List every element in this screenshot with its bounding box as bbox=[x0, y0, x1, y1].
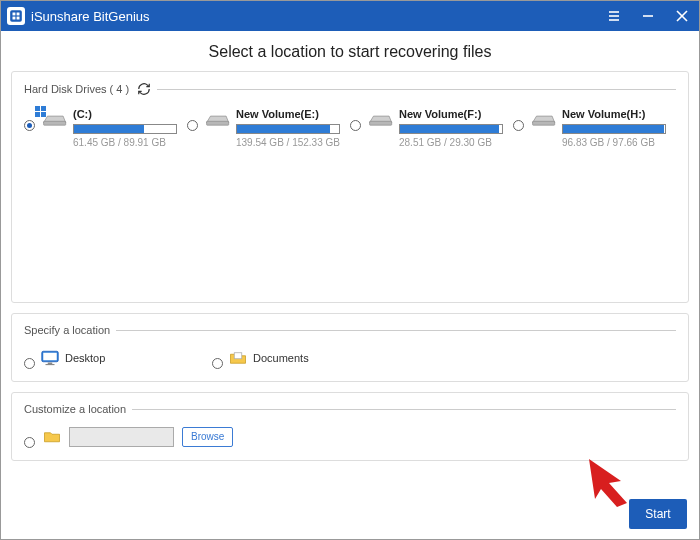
usage-fill bbox=[237, 125, 330, 133]
custom-path-input[interactable] bbox=[69, 427, 174, 447]
svg-rect-3 bbox=[13, 17, 16, 20]
divider bbox=[157, 89, 676, 90]
browse-button[interactable]: Browse bbox=[182, 427, 233, 447]
drive-usage-text: 28.51 GB / 29.30 GB bbox=[399, 137, 503, 148]
desktop-icon bbox=[41, 350, 59, 366]
drive-usage-text: 139.54 GB / 152.33 GB bbox=[236, 137, 340, 148]
window-body: Select a location to start recovering fi… bbox=[1, 31, 699, 539]
hdd-section-label: Hard Disk Drives ( 4 ) bbox=[24, 83, 129, 95]
svg-rect-20 bbox=[43, 352, 57, 360]
drive-item-h[interactable]: New Volume(H:) 96.83 GB / 97.66 GB bbox=[513, 108, 676, 148]
svg-rect-15 bbox=[41, 112, 46, 117]
specify-location-panel: Specify a location Desktop Documents bbox=[11, 313, 689, 382]
app-icon bbox=[7, 7, 25, 25]
svg-rect-0 bbox=[10, 10, 22, 22]
usage-bar bbox=[236, 124, 340, 134]
drive-radio[interactable] bbox=[187, 120, 198, 131]
usage-bar bbox=[562, 124, 666, 134]
drive-name: (C:) bbox=[73, 108, 177, 120]
location-radio[interactable] bbox=[24, 358, 35, 369]
drive-name: New Volume(H:) bbox=[562, 108, 666, 120]
svg-rect-17 bbox=[370, 121, 392, 125]
drive-radio[interactable] bbox=[350, 120, 361, 131]
svg-marker-24 bbox=[589, 459, 627, 507]
svg-rect-2 bbox=[17, 13, 20, 16]
usage-fill bbox=[400, 125, 499, 133]
svg-rect-13 bbox=[41, 106, 46, 111]
svg-rect-11 bbox=[44, 121, 66, 125]
customize-location-panel: Customize a location Browse bbox=[11, 392, 689, 461]
title-bar: iSunshare BitGenius bbox=[1, 1, 699, 31]
divider bbox=[132, 409, 676, 410]
app-title: iSunshare BitGenius bbox=[31, 9, 150, 24]
drive-name: New Volume(E:) bbox=[236, 108, 340, 120]
hdd-icon bbox=[204, 112, 230, 128]
app-window: iSunshare BitGenius Select a location to… bbox=[0, 0, 700, 540]
location-radio[interactable] bbox=[212, 358, 223, 369]
drive-radio[interactable] bbox=[24, 120, 35, 131]
custom-location-radio[interactable] bbox=[24, 437, 35, 448]
svg-rect-23 bbox=[234, 352, 242, 358]
location-label: Documents bbox=[253, 352, 309, 364]
folder-icon bbox=[43, 429, 61, 444]
usage-bar bbox=[399, 124, 503, 134]
drive-radio[interactable] bbox=[513, 120, 524, 131]
svg-rect-14 bbox=[35, 112, 40, 117]
minimize-button[interactable] bbox=[631, 1, 665, 31]
drive-item-f[interactable]: New Volume(F:) 28.51 GB / 29.30 GB bbox=[350, 108, 513, 148]
windows-icon bbox=[35, 106, 47, 118]
specify-section-label: Specify a location bbox=[24, 324, 110, 336]
documents-icon bbox=[229, 350, 247, 366]
svg-rect-12 bbox=[35, 106, 40, 111]
svg-rect-1 bbox=[13, 13, 16, 16]
drive-usage-text: 61.45 GB / 89.91 GB bbox=[73, 137, 177, 148]
drive-usage-text: 96.83 GB / 97.66 GB bbox=[562, 137, 666, 148]
usage-fill bbox=[563, 125, 664, 133]
customize-section-label: Customize a location bbox=[24, 403, 126, 415]
drive-item-c[interactable]: (C:) 61.45 GB / 89.91 GB bbox=[24, 108, 187, 148]
svg-rect-21 bbox=[48, 362, 53, 364]
divider bbox=[116, 330, 676, 331]
location-documents[interactable]: Documents bbox=[212, 346, 392, 369]
svg-rect-16 bbox=[207, 121, 229, 125]
drive-item-e[interactable]: New Volume(E:) 139.54 GB / 152.33 GB bbox=[187, 108, 350, 148]
drive-name: New Volume(F:) bbox=[399, 108, 503, 120]
location-label: Desktop bbox=[65, 352, 105, 364]
start-button[interactable]: Start bbox=[629, 499, 687, 529]
svg-rect-4 bbox=[17, 17, 20, 20]
hard-disk-panel: Hard Disk Drives ( 4 ) (C:) 61.45 GB / 8… bbox=[11, 71, 689, 303]
menu-button[interactable] bbox=[597, 1, 631, 31]
svg-rect-22 bbox=[46, 364, 55, 365]
usage-bar bbox=[73, 124, 177, 134]
location-desktop[interactable]: Desktop bbox=[24, 346, 204, 369]
refresh-icon[interactable] bbox=[137, 82, 151, 96]
drive-list: (C:) 61.45 GB / 89.91 GB New Volume(E:) … bbox=[24, 104, 676, 148]
usage-fill bbox=[74, 125, 144, 133]
hdd-icon bbox=[367, 112, 393, 128]
close-button[interactable] bbox=[665, 1, 699, 31]
page-heading: Select a location to start recovering fi… bbox=[11, 43, 689, 61]
svg-rect-18 bbox=[533, 121, 555, 125]
hdd-icon bbox=[530, 112, 556, 128]
